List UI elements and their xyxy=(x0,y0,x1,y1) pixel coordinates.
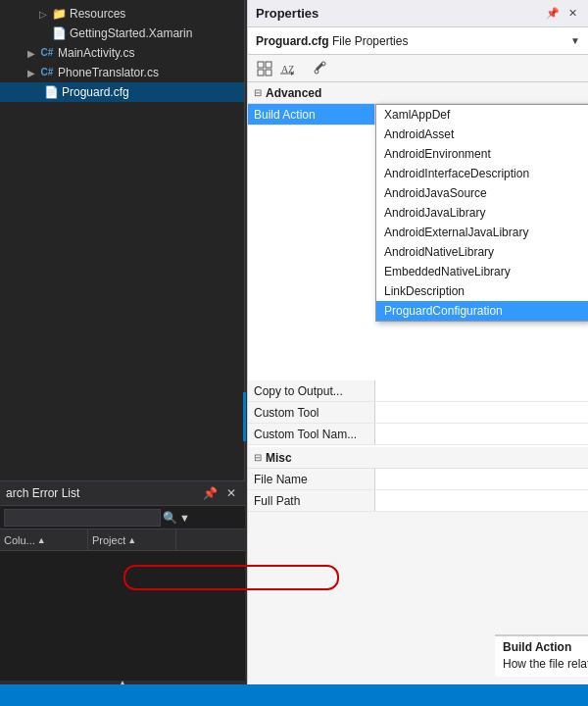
alphabetical-icon: AZ xyxy=(280,61,296,76)
custom-tool-ns-label[interactable]: Custom Tool Nam... xyxy=(248,424,375,444)
advanced-toggle[interactable]: ⊟ xyxy=(254,87,262,98)
dropdown-item-androidjavasource[interactable]: AndroidJavaSource xyxy=(376,183,588,203)
file-name-label: Proguard.cfg File Properties xyxy=(256,34,408,48)
col-header-col[interactable]: Colu... ▲ xyxy=(0,530,88,550)
categorized-icon xyxy=(257,61,272,76)
tree-item-label: GettingStarted.Xamarin xyxy=(70,26,192,40)
custom-tool-label[interactable]: Custom Tool xyxy=(248,402,375,423)
dropdown-item-linkdesc[interactable]: LinkDescription xyxy=(376,281,588,301)
expand-arrow-main[interactable]: ▶ xyxy=(27,48,39,59)
cfg-icon: 📄 xyxy=(43,84,59,100)
categorized-view-button[interactable] xyxy=(254,58,275,79)
svg-rect-1 xyxy=(266,62,271,68)
tree-item-getting-started[interactable]: 📄 GettingStarted.Xamarin xyxy=(0,24,244,43)
pin-icon-props[interactable]: 📌 xyxy=(545,6,561,22)
sort-asc-icon: ▲ xyxy=(37,535,46,545)
blue-indicator-line xyxy=(243,392,246,441)
misc-section-title: Misc xyxy=(266,451,292,465)
copy-output-label[interactable]: Copy to Output... xyxy=(248,380,375,401)
custom-tool-ns-row: Custom Tool Nam... xyxy=(248,424,588,445)
description-area: Build Action How the file relates to the… xyxy=(495,634,588,677)
file-name-row: File Name xyxy=(248,469,588,490)
build-action-dropdown-list[interactable]: XamlAppDef AndroidAsset AndroidEnvironme… xyxy=(375,104,588,322)
description-text: How the file relates to the build and de… xyxy=(503,656,588,673)
tree-item-mainactivity[interactable]: ▶ C# MainActivity.cs xyxy=(0,43,244,63)
misc-section-header[interactable]: ⊟ Misc xyxy=(248,447,588,469)
dropdown-item-androidinterfacedesc[interactable]: AndroidInterfaceDescription xyxy=(376,164,588,183)
solution-explorer-panel: ▷ 📁 Resources 📄 GettingStarted.Xamarin ▶… xyxy=(0,0,245,706)
error-list-panel: arch Error List 📌 ✕ 🔍 ▼ Colu... ▲ Projec… xyxy=(0,480,245,684)
col-header-project[interactable]: Project ▲ xyxy=(88,530,176,550)
search-icon[interactable]: 🔍 xyxy=(163,511,177,525)
copy-output-row: Copy to Output... xyxy=(248,380,588,402)
cs-icon: C# xyxy=(39,45,55,61)
properties-panel: Properties 📌 ✕ Proguard.cfg File Propert… xyxy=(247,0,588,706)
custom-tool-value[interactable] xyxy=(375,402,588,423)
full-path-row: Full Path xyxy=(248,490,588,512)
solution-tree: ▷ 📁 Resources 📄 GettingStarted.Xamarin ▶… xyxy=(0,0,244,480)
dropdown-item-androidasset[interactable]: AndroidAsset xyxy=(376,125,588,144)
column-headers: Colu... ▲ Project ▲ xyxy=(0,530,245,551)
properties-content: ⊟ Advanced Build Action guardConfigurati… xyxy=(248,82,588,512)
tree-item-label: Resources xyxy=(70,7,125,21)
sort-asc-icon-2: ▲ xyxy=(127,535,136,545)
tree-item-resources[interactable]: ▷ 📁 Resources xyxy=(0,4,244,24)
svg-rect-3 xyxy=(266,70,271,76)
tree-item-label: MainActivity.cs xyxy=(58,46,134,60)
properties-panel-title: Properties xyxy=(256,6,318,21)
dropdown-item-androidjavalibrary[interactable]: AndroidJavaLibrary xyxy=(376,203,588,223)
search-bar: 🔍 ▼ xyxy=(0,506,245,530)
file-name-prop-label[interactable]: File Name xyxy=(248,469,375,489)
expand-arrow-phone[interactable]: ▶ xyxy=(27,68,39,78)
panel-controls: 📌 ✕ xyxy=(200,485,239,501)
alphabetical-view-button[interactable]: AZ xyxy=(277,58,299,79)
tree-item-proguard[interactable]: 📄 Proguard.cfg xyxy=(0,82,244,102)
dropdown-item-xamlappdef[interactable]: XamlAppDef xyxy=(376,105,588,125)
custom-tool-row: Custom Tool xyxy=(248,402,588,424)
tree-item-label: PhoneTranslator.cs xyxy=(58,66,159,79)
build-action-row: Build Action guardConfiguration ▼ XamlAp… xyxy=(248,104,588,126)
close-panel-icon[interactable]: ✕ xyxy=(223,485,239,501)
file-type-dropdown-arrow[interactable]: ▼ xyxy=(570,35,580,46)
advanced-section-header[interactable]: ⊟ Advanced xyxy=(248,82,588,104)
wrench-icon xyxy=(312,61,327,76)
expand-arrow-resources[interactable]: ▷ xyxy=(39,9,51,20)
dropdown-item-androidnative[interactable]: AndroidNativeLibrary xyxy=(376,242,588,262)
error-list-header: arch Error List 📌 ✕ xyxy=(0,480,245,506)
dropdown-item-androidexternal[interactable]: AndroidExternalJavaLibrary xyxy=(376,223,588,242)
file-name-prop-value[interactable] xyxy=(375,469,588,489)
misc-toggle[interactable]: ⊟ xyxy=(254,452,262,463)
property-pages-button[interactable] xyxy=(309,58,330,79)
close-icon-props[interactable]: ✕ xyxy=(564,6,580,22)
search-input[interactable] xyxy=(4,509,161,527)
svg-rect-2 xyxy=(258,70,264,76)
tree-item-phonetranslator[interactable]: ▶ C# PhoneTranslator.cs xyxy=(0,63,244,82)
build-action-label[interactable]: Build Action xyxy=(248,104,375,125)
error-list-title: arch Error List xyxy=(6,486,200,500)
file-icon: 📄 xyxy=(51,25,67,41)
svg-rect-0 xyxy=(258,62,264,68)
search-dropdown-arrow[interactable]: ▼ xyxy=(179,512,190,524)
status-bar xyxy=(0,684,588,706)
header-icon-group: 📌 ✕ xyxy=(545,6,580,22)
file-name-bar: Proguard.cfg File Properties ▼ xyxy=(248,27,588,55)
dropdown-item-embeddednative[interactable]: EmbeddedNativeLibrary xyxy=(376,262,588,281)
copy-output-value[interactable] xyxy=(375,380,588,401)
pin-icon[interactable]: 📌 xyxy=(200,485,220,501)
cs-icon-2: C# xyxy=(39,65,55,80)
tree-item-label: Proguard.cfg xyxy=(62,85,129,99)
folder-icon: 📁 xyxy=(51,6,67,22)
svg-point-8 xyxy=(315,70,318,74)
dropdown-item-androidenvironment[interactable]: AndroidEnvironment xyxy=(376,144,588,164)
description-title: Build Action xyxy=(503,640,588,654)
properties-toolbar: AZ xyxy=(248,55,588,82)
custom-tool-ns-value[interactable] xyxy=(375,424,588,444)
dropdown-item-proguard[interactable]: ProguardConfiguration xyxy=(376,301,588,321)
dropdown-scroll[interactable]: XamlAppDef AndroidAsset AndroidEnvironme… xyxy=(376,105,588,321)
advanced-section-title: Advanced xyxy=(266,86,321,100)
full-path-label[interactable]: Full Path xyxy=(248,490,375,511)
properties-header: Properties 📌 ✕ xyxy=(248,0,588,27)
full-path-value[interactable] xyxy=(375,490,588,511)
